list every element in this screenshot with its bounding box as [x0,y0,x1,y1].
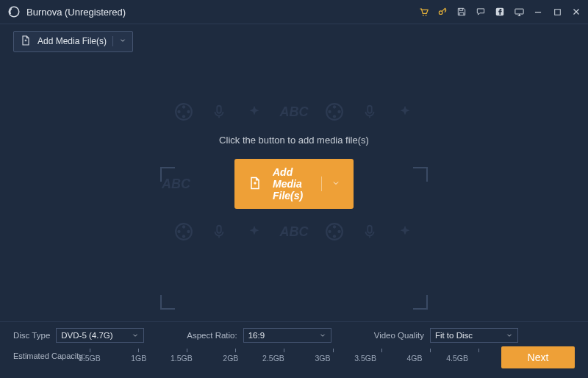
svg-point-16 [337,110,340,113]
sparkle-icon [395,222,415,241]
aspect-ratio-label: Aspect Ratio: [187,331,237,340]
app-title: Burnova (Unregistered) [26,7,126,18]
watermark-text: ABC [280,104,309,120]
aspect-ratio-value: 16:9 [248,331,265,340]
title-left: Burnova (Unregistered) [7,5,126,18]
svg-rect-12 [217,106,221,113]
watermark-text: ABC [162,176,190,192]
next-button[interactable]: Next [501,346,575,368]
svg-point-1 [423,15,424,16]
capacity-ticks [90,349,479,353]
film-reel-icon [325,102,344,121]
chevron-down-icon [112,36,126,46]
svg-point-21 [177,230,180,233]
svg-point-17 [332,115,335,118]
capacity-tick-label: 3.5GB [354,354,376,363]
add-media-button-small[interactable]: Add Media File(s) [13,31,133,52]
watermark-block: ABC Click the button to add media file(s… [162,102,426,241]
svg-point-14 [332,105,335,108]
title-right [417,6,582,18]
svg-rect-24 [217,226,221,233]
svg-point-22 [187,230,190,233]
svg-point-20 [182,225,184,228]
aspect-ratio-field: Aspect Ratio: 16:9 [187,328,331,343]
svg-point-29 [332,235,335,238]
capacity-tick-label: 0.5GB [79,354,101,363]
video-quality-field: Video Quality Fit to Disc [374,328,518,343]
facebook-icon[interactable] [494,6,506,18]
svg-point-27 [328,230,331,233]
capacity-label: Estimated Capacity: [13,352,85,360]
drop-corner [413,295,428,310]
next-label: Next [528,352,549,363]
svg-point-8 [182,105,184,108]
svg-point-26 [332,225,335,228]
svg-rect-18 [368,106,372,113]
key-icon[interactable] [437,6,448,18]
capacity-tick-label: 1.5GB [171,354,193,363]
capacity-scale: 0.5GB1GB1.5GB2GB2.5GB3GB3.5GB4GB4.5GB [90,349,479,363]
capacity-tick-labels: 0.5GB1GB1.5GB2GB2.5GB3GB3.5GB4GB4.5GB [90,354,479,363]
app-logo-icon [7,5,21,18]
add-media-button-large[interactable]: Add Media File(s) [234,159,354,209]
svg-point-2 [425,15,426,16]
svg-point-9 [177,110,180,113]
toolbar: Add Media File(s) [0,24,588,58]
video-quality-value: Fit to Disc [435,331,473,340]
svg-rect-5 [514,9,523,14]
svg-point-3 [439,11,442,15]
svg-rect-6 [554,9,560,15]
titlebar: Burnova (Unregistered) [0,0,588,24]
mic-icon [209,222,229,241]
aspect-ratio-select[interactable]: 16:9 [243,328,331,343]
watermark-row: ABC [174,222,415,241]
svg-point-11 [182,115,184,118]
capacity-tick-label: 2GB [223,354,238,363]
mic-icon [360,102,379,121]
disc-type-select[interactable]: DVD-5 (4.7G) [56,328,144,343]
film-reel-icon [174,102,193,121]
capacity-row: Estimated Capacity: 0.5GB1GB1.5GB2GB2.5G… [13,349,575,363]
watermark-row: ABC [174,102,415,121]
disc-type-value: DVD-5 (4.7G) [61,331,112,340]
watermark-row: ABC Add Media File(s) ABC [162,159,426,209]
disc-type-field: Disc Type DVD-5 (4.7G) [13,328,144,343]
video-quality-label: Video Quality [374,331,424,340]
svg-point-10 [187,110,190,113]
sparkle-icon [245,102,264,121]
file-add-icon [20,35,32,49]
chevron-down-icon [319,332,326,339]
svg-rect-30 [368,226,372,233]
svg-point-28 [337,230,340,233]
monitor-icon[interactable] [513,6,525,18]
sparkle-icon [395,102,415,121]
close-button[interactable] [570,6,582,18]
chat-icon[interactable] [475,6,487,18]
watermark-text: ABC [280,224,309,240]
main-area: ABC Click the button to add media file(s… [0,58,588,321]
mic-icon [209,102,229,121]
maximize-button[interactable] [551,6,563,18]
drop-hint: Click the button to add media file(s) [219,135,369,146]
chevron-down-icon [331,178,340,190]
video-quality-select[interactable]: Fit to Disc [430,328,518,343]
disc-type-label: Disc Type [13,331,50,340]
mic-icon [360,222,379,241]
cart-icon[interactable] [417,6,429,18]
add-media-label-large: Add Media File(s) [273,166,311,202]
sparkle-icon [245,222,264,241]
file-add-icon [248,176,262,193]
minimize-button[interactable] [532,6,544,18]
film-reel-icon [325,222,344,241]
save-icon[interactable] [456,6,467,18]
bottom-panel: Disc Type DVD-5 (4.7G) Aspect Ratio: 16:… [0,321,588,378]
capacity-tick-label: 4.5GB [446,354,468,363]
chevron-down-icon [506,332,513,339]
settings-row: Disc Type DVD-5 (4.7G) Aspect Ratio: 16:… [13,328,575,343]
drop-corner [160,295,175,310]
capacity-tick-label: 3GB [315,354,330,363]
capacity-tick-label: 2.5GB [262,354,284,363]
add-media-label: Add Media File(s) [37,36,107,46]
capacity-tick-label: 1GB [131,354,146,363]
svg-point-15 [328,110,331,113]
